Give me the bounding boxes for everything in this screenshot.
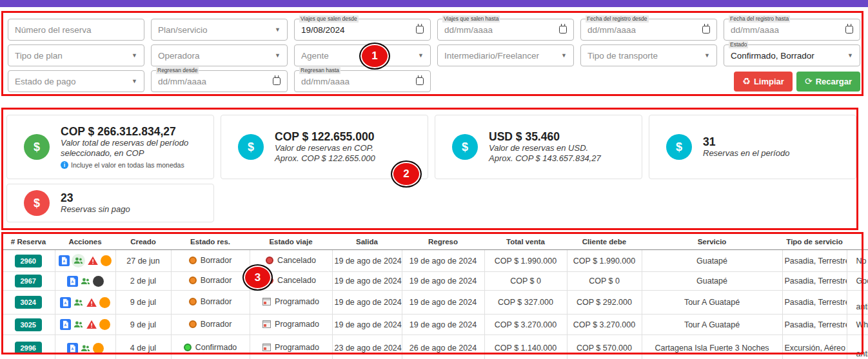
column-header: Tipo de servicio (782, 233, 847, 250)
dollar-icon (452, 134, 478, 160)
summary-card-usd: USD $ 35.460 Valor de reservas en USD. A… (435, 115, 642, 179)
table-row: 2967 2 de jul Borrador Cancelado 19 de a… (2, 272, 868, 291)
pdf-file-icon[interactable] (59, 255, 70, 266)
annotation-step-3: 3 (242, 264, 273, 291)
card-description: Reservas en el período (703, 148, 789, 159)
warning-icon[interactable] (87, 255, 99, 266)
card-note: Incluye el valor en todas las monedas (61, 161, 204, 169)
chevron-down-icon (847, 52, 853, 59)
black-status-dot-icon[interactable] (93, 276, 104, 287)
return-from-date-input[interactable]: Regresan desde dd/mm/aaaa (151, 70, 288, 92)
table-header-row: # Reserva Acciones Creado Estado res. Es… (2, 233, 868, 250)
status-dot-borrador (189, 298, 197, 306)
column-header: Creado (115, 233, 171, 250)
status-select[interactable]: Estado Confirmado, Borrador (724, 44, 860, 66)
calendar-icon[interactable] (416, 77, 424, 85)
chevron-down-icon (418, 52, 424, 59)
summary-card-reservation-count: 31 Reservas en el período (649, 115, 856, 179)
trips-depart-from-date-input[interactable]: Viajes que salen desde 19/08/2024 (294, 19, 431, 41)
app-top-bar (0, 0, 868, 7)
registration-date-from-input[interactable]: Fecha del registro desde dd/mm/aaaa (580, 19, 717, 41)
column-header-clipped (847, 233, 868, 250)
reservation-id-badge[interactable]: 2960 (15, 255, 42, 267)
filter-actions: Limpiar Recargar (437, 70, 860, 92)
table-row: 3025 9 de jul Borrador Programado 19 de … (2, 315, 868, 335)
column-header: Cliente debe (567, 233, 642, 250)
dollar-icon (666, 134, 692, 160)
clients-icon[interactable] (80, 343, 91, 354)
filters-panel: Número del reserva Plan/servicio Viajes … (3, 13, 865, 98)
clear-icon (742, 76, 751, 86)
reservation-id-badge[interactable]: 2996 (15, 342, 42, 354)
card-value: 23 (61, 191, 130, 204)
transport-type-select[interactable]: Tipo de transporte (580, 44, 717, 66)
calendar-icon[interactable] (273, 77, 281, 85)
status-dot-borrador (189, 257, 197, 264)
reservation-id-badge[interactable]: 2967 (15, 275, 42, 287)
annotation-step-1: 1 (359, 43, 390, 70)
registration-date-until-input[interactable]: Fecha del registro hasta dd/mm/aaaa (724, 19, 860, 41)
return-until-date-input[interactable]: Regresan hasta dd/mm/aaaa (294, 70, 431, 92)
summary-card-total-cop: COP $ 266.312.834,27 Valor total de rese… (6, 115, 214, 179)
summary-card-unpaid-count: 23 Reservas sin pago (6, 184, 214, 222)
table-row: 2996 4 de jul Confirmado Programado 23 d… (2, 335, 868, 359)
card-description: Valor total de reservas del período sele… (61, 138, 204, 159)
orange-status-dot-icon[interactable] (93, 343, 104, 354)
calendar-icon[interactable] (416, 26, 424, 34)
calendar-icon[interactable] (845, 26, 853, 34)
clients-icon[interactable] (73, 297, 84, 308)
reservation-id-badge[interactable]: 3024 (15, 296, 42, 309)
plan-service-select[interactable]: Plan/servicio (151, 19, 288, 41)
calendar-icon[interactable] (559, 26, 567, 34)
chevron-down-icon (132, 78, 137, 84)
reservation-number-placeholder: Número del reserva (15, 25, 92, 35)
recargar-button[interactable]: Recargar (796, 72, 860, 92)
column-header: Estado viaje (250, 233, 332, 250)
operator-select[interactable]: Operadora (151, 44, 288, 66)
plan-type-select[interactable]: Tipo de plan (8, 44, 144, 66)
status-dot-confirmado (184, 344, 192, 351)
clients-icon[interactable] (80, 276, 91, 287)
trips-depart-until-date-input[interactable]: Viajes que salen hasta dd/mm/aaaa (437, 19, 574, 41)
table-row: 2960 27 de jun Borrador Cancelado 19 de … (2, 250, 868, 272)
clients-icon[interactable] (73, 319, 84, 330)
calendar-scheduled-icon (262, 320, 271, 328)
column-header: Total venta (484, 233, 567, 250)
chevron-down-icon (275, 26, 281, 33)
warning-icon[interactable] (86, 319, 97, 330)
warning-icon[interactable] (86, 297, 97, 308)
status-dot-borrador (189, 277, 197, 284)
column-header: Regreso (402, 233, 484, 250)
pdf-file-icon[interactable] (67, 276, 78, 287)
column-header: Acciones (55, 233, 115, 250)
orange-status-dot-icon[interactable] (99, 319, 110, 330)
pdf-file-icon[interactable] (67, 343, 78, 354)
reload-icon (805, 76, 813, 86)
status-dot-cancelado (266, 257, 273, 264)
calendar-scheduled-icon (262, 344, 271, 351)
intermediary-freelancer-select[interactable]: Intermediario/Freelancer (437, 44, 574, 66)
pdf-file-icon[interactable] (60, 319, 71, 330)
column-header: # Reserva (2, 233, 55, 250)
column-header: Estado res. (171, 233, 250, 250)
card-description: Valor de reservas en COP. Aprox. COP $ 1… (275, 143, 375, 164)
pdf-file-icon[interactable] (60, 297, 71, 308)
table-row: 3024 9 de jul Borrador Programado 19 de … (2, 291, 868, 315)
chevron-down-icon (561, 52, 567, 59)
card-value: COP $ 122.655.000 (275, 130, 375, 143)
calendar-icon[interactable] (702, 26, 710, 34)
card-value: 31 (703, 135, 789, 148)
card-value: USD $ 35.460 (489, 130, 601, 143)
card-description: Valor de reservas en USD. Aprox. COP $ 1… (489, 143, 601, 164)
reservation-number-input[interactable]: Número del reserva (8, 19, 144, 41)
reservations-table: # Reserva Acciones Creado Estado res. Es… (2, 233, 868, 359)
status-dot-borrador (189, 320, 197, 328)
orange-status-dot-icon[interactable] (99, 297, 110, 308)
clients-icon[interactable] (72, 254, 85, 267)
column-header: Servicio (642, 233, 782, 250)
reservation-id-badge[interactable]: 3025 (15, 318, 42, 331)
dollar-icon (238, 134, 264, 160)
limpiar-button[interactable]: Limpiar (734, 72, 793, 92)
payment-status-select[interactable]: Estado de pago (8, 70, 144, 92)
orange-status-dot-icon[interactable] (101, 255, 112, 266)
